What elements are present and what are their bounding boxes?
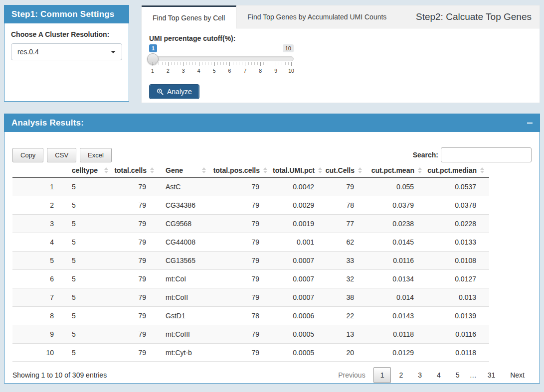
table-cell: 13 [327, 325, 367, 344]
table-cell: 0.0134 [367, 270, 427, 288]
chevron-down-icon [111, 51, 116, 53]
table-cell: 79 [113, 344, 159, 362]
table-cell: 79 [211, 178, 272, 196]
sort-desc-icon [202, 171, 206, 173]
umi-cutoff-slider[interactable]: 1 10 12345678910 [149, 44, 294, 76]
slider-minor-tick [165, 62, 166, 65]
table-cell: 79 [327, 178, 367, 196]
step1-header: Step1: Common Settings [4, 5, 129, 23]
table-cell: 78 [211, 307, 272, 325]
slider-tick-label: 5 [213, 68, 216, 74]
column-header-total.pos.cells[interactable]: total.pos.cells [211, 163, 272, 178]
table-cell: 4 [12, 233, 65, 252]
cluster-resolution-label: Choose A Cluster Resolution: [11, 30, 122, 38]
results-table: celltypetotal.cellsGenetotal.pos.cellsto… [12, 163, 489, 362]
table-cell: 0.0127 [427, 270, 489, 288]
table-cell: 3 [12, 215, 65, 233]
table-cell: 0.0007 [272, 288, 327, 307]
analyze-button[interactable]: Analyze [149, 84, 199, 99]
table-footer: Showing 1 to 10 of 309 entries Previous1… [12, 367, 532, 383]
table-cell: 0.0116 [427, 325, 489, 344]
sort-desc-icon [418, 171, 422, 173]
table-cell: 5 [65, 307, 113, 325]
table-row: 6579mt:CoI790.0007320.01340.0127 [12, 270, 489, 288]
tab-find-top-genes-by-cell[interactable]: Find Top Genes by Cell [142, 5, 236, 28]
step2-title: Step2: Calcuate Top Genes [416, 11, 540, 22]
sort-desc-icon [263, 171, 267, 173]
table-cell: 0.0129 [367, 344, 427, 362]
search-input[interactable] [441, 147, 532, 162]
tab-find-top-genes-by-accumulated-umi-counts[interactable]: Find Top Genes by Accumulated UMI Counts [236, 5, 397, 28]
slider-minor-tick [162, 62, 163, 65]
slider-minor-tick [156, 62, 156, 65]
column-header-cut.Cells[interactable]: cut.Cells [327, 163, 367, 178]
page-1-button[interactable]: 1 [373, 367, 391, 383]
slider-minor-tick [181, 62, 181, 65]
column-header-cut.pct.mean[interactable]: cut.pct.mean [367, 163, 427, 178]
column-header-label: total.cells [114, 166, 147, 174]
page-3-button[interactable]: 3 [411, 367, 429, 383]
table-cell: 0.0019 [272, 215, 327, 233]
table-cell: 0.0005 [272, 344, 327, 362]
step2-panel: Find Top Genes by Cell Find Top Genes by… [141, 5, 540, 103]
collapse-button[interactable] [527, 114, 533, 132]
slider-tick-label: 3 [182, 68, 185, 74]
sort-asc-icon [418, 167, 422, 170]
table-cell: 5 [65, 196, 113, 215]
results-title: Analysis Results: [11, 118, 84, 128]
slider-minor-tick [254, 62, 255, 65]
table-cell: 5 [65, 325, 113, 344]
table-cell: 0.0005 [272, 325, 327, 344]
sort-desc-icon [150, 171, 154, 173]
sort-asc-icon [318, 167, 322, 170]
slider-tick-label: 2 [167, 68, 170, 74]
export-excel-button[interactable]: Excel [80, 148, 112, 162]
slider-minor-tick [233, 62, 233, 65]
column-header-cut.pct.median[interactable]: cut.pct.median [427, 163, 489, 178]
column-header-total.UMI.pct[interactable]: total.UMI.pct [272, 163, 327, 178]
slider-track[interactable] [149, 56, 294, 61]
table-cell: CG44008 [159, 233, 211, 252]
table-cell: 9 [12, 325, 65, 344]
sort-icon [263, 167, 267, 173]
previous-page-button[interactable]: Previous [331, 367, 372, 383]
column-header-celltype[interactable]: celltype [65, 163, 113, 178]
table-cell: 79 [113, 307, 159, 325]
slider-tick [260, 62, 261, 66]
table-cell: GstD1 [159, 307, 211, 325]
page-4-button[interactable]: 4 [430, 367, 448, 383]
table-cell: 10 [12, 344, 65, 362]
table-cell: 6 [12, 270, 65, 288]
export-copy-button[interactable]: Copy [12, 148, 43, 162]
cluster-resolution-select[interactable]: res.0.4 [11, 43, 122, 60]
step1-panel: Step1: Common Settings Choose A Cluster … [4, 5, 129, 102]
export-csv-button[interactable]: CSV [47, 148, 76, 162]
table-cell: AstC [159, 178, 211, 196]
table-row: 9579mt:CoIII790.0005130.01180.0116 [12, 325, 489, 344]
table-cell: 0.0537 [427, 178, 489, 196]
table-cell: 79 [211, 325, 272, 344]
page-5-button[interactable]: 5 [449, 367, 467, 383]
search-plus-icon [157, 88, 164, 95]
slider-tick-label: 8 [259, 68, 262, 74]
page-2-button[interactable]: 2 [392, 367, 410, 383]
slider-minor-tick [186, 62, 187, 65]
table-row: 10579mt:Cyt-b790.0005200.01290.0118 [12, 344, 489, 362]
next-page-button[interactable]: Next [503, 367, 532, 383]
slider-tick [229, 62, 230, 66]
table-cell: 0.0042 [272, 178, 327, 196]
table-cell: 79 [113, 178, 159, 196]
page-31-button[interactable]: 31 [481, 367, 503, 383]
column-header-Gene[interactable]: Gene [159, 163, 211, 178]
slider-minor-tick [239, 62, 239, 65]
table-cell: 79 [113, 196, 159, 215]
column-header-total.cells[interactable]: total.cells [113, 163, 159, 178]
slider-tick [199, 62, 199, 66]
column-header-label: cut.pct.median [427, 166, 477, 174]
slider-minor-tick [217, 62, 218, 65]
table-cell: 79 [211, 215, 272, 233]
column-header-row-number[interactable] [12, 163, 65, 178]
step1-body: Choose A Cluster Resolution: res.0.4 [4, 23, 129, 67]
table-cell: 0.001 [272, 233, 327, 252]
slider-minor-tick [211, 62, 211, 65]
